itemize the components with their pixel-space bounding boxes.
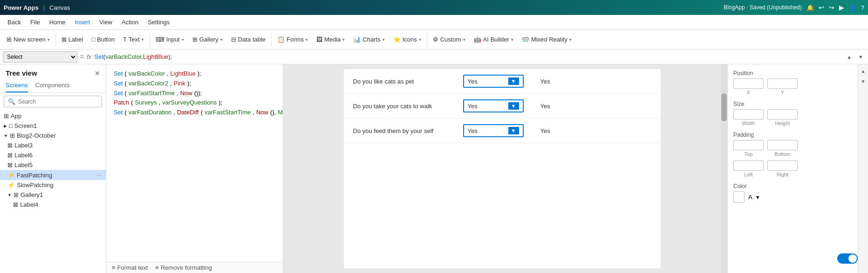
- sidebar-search-box[interactable]: 🔍: [4, 96, 102, 107]
- more-menu-icon[interactable]: ···: [96, 171, 102, 179]
- blog2-icon: ⊞: [10, 132, 15, 139]
- label-btn-text: Label: [68, 36, 83, 43]
- color-dropdown-icon[interactable]: ▾: [756, 194, 759, 201]
- padding-left-label: Left: [744, 172, 752, 177]
- gallery-chevron: ▾: [220, 37, 223, 42]
- dropdown-3[interactable]: Yes ▼: [463, 124, 524, 137]
- media-button[interactable]: 🖼 Media ▾: [313, 34, 349, 45]
- scrollbar-thumb[interactable]: [721, 93, 727, 121]
- padding-left-input[interactable]: 5: [733, 161, 764, 171]
- dropdown-value-3: Yes: [468, 127, 505, 134]
- menu-home[interactable]: Home: [46, 17, 69, 28]
- label5-label: Label5: [14, 161, 33, 168]
- padding-lr-row: 5 Left 5 Right: [733, 161, 852, 177]
- search-input[interactable]: [18, 98, 98, 105]
- tree-item-label5[interactable]: ⊠ Label5: [0, 160, 106, 170]
- dropdown-arrow-3[interactable]: ▼: [508, 127, 519, 134]
- data-table-btn-text: Data table: [238, 36, 266, 43]
- menu-file[interactable]: File: [27, 17, 44, 28]
- formula-select[interactable]: Select: [3, 51, 77, 63]
- menu-settings[interactable]: Settings: [144, 17, 173, 28]
- code-toolbar: ≡ Format text ≡ Remove formatting: [106, 262, 283, 273]
- format-text-button[interactable]: ≡ Format text: [112, 264, 148, 271]
- slowpatching-icon: ⚡: [7, 182, 15, 189]
- dropdown-arrow-2[interactable]: ▼: [508, 102, 519, 110]
- gallery-btn-text: Gallery: [199, 36, 219, 43]
- label-button[interactable]: ⊠ Label: [58, 34, 87, 45]
- tree-item-slowpatching[interactable]: ⚡ SlowPatching: [0, 180, 106, 190]
- menu-action[interactable]: Action: [118, 17, 142, 28]
- help-icon[interactable]: ?: [861, 4, 864, 11]
- answer-1: Yes: [531, 78, 550, 85]
- account-icon[interactable]: 👤: [849, 4, 856, 11]
- menu-back[interactable]: Back: [4, 17, 25, 28]
- code-editor[interactable]: Set(varBackColor,LightBlue); Set(varBack…: [106, 64, 283, 262]
- play-button[interactable]: ▶: [839, 4, 844, 11]
- custom-button[interactable]: ⚙ Custom ▾: [429, 34, 469, 45]
- charts-button[interactable]: 📊 Charts ▾: [349, 34, 388, 45]
- notification-icon[interactable]: 🔔: [806, 4, 814, 11]
- menu-view[interactable]: View: [96, 17, 116, 28]
- new-screen-icon: ⊞: [7, 36, 12, 43]
- tab-screens[interactable]: Screens: [6, 80, 28, 92]
- formula-expand-down[interactable]: ▼: [856, 53, 865, 61]
- logo-text: Power Apps: [4, 4, 39, 11]
- y-input[interactable]: 676: [767, 78, 798, 89]
- menu-insert[interactable]: Insert: [71, 17, 94, 28]
- sidebar-close-button[interactable]: ✕: [95, 70, 100, 77]
- kw-set-1: Set: [114, 69, 123, 79]
- button-button[interactable]: □ Button: [88, 34, 118, 45]
- app-type: Canvas: [49, 4, 70, 11]
- redo-button[interactable]: ↪: [829, 4, 834, 11]
- media-icon: 🖼: [316, 36, 322, 43]
- padding-bottom-input[interactable]: 5: [767, 140, 798, 150]
- tab-components[interactable]: Components: [35, 80, 70, 92]
- collapse-bottom-button[interactable]: ▼: [859, 77, 868, 86]
- formula-expand-up[interactable]: ▲: [845, 53, 854, 61]
- mixed-reality-button[interactable]: 🥽 Mixed Reality ▾: [518, 34, 575, 45]
- button-icon: □: [91, 36, 95, 43]
- button-btn-text: Button: [97, 36, 115, 43]
- forms-button[interactable]: 📋 Forms ▾: [273, 34, 312, 45]
- color-swatch[interactable]: [733, 191, 745, 203]
- padding-top-input[interactable]: 5: [733, 140, 764, 150]
- answer-2: Yes: [531, 103, 550, 110]
- dropdown-1[interactable]: Yes ▼: [463, 75, 524, 88]
- screen1-label: Screen1: [14, 122, 37, 129]
- tree-item-label4[interactable]: ⊠ Label4: [0, 200, 106, 210]
- canvas-scrollbar[interactable]: [721, 64, 727, 273]
- dropdown-arrow-1[interactable]: ▼: [508, 77, 519, 85]
- width-input[interactable]: 160: [733, 109, 764, 119]
- data-table-button[interactable]: ⊟ Data table: [227, 34, 269, 45]
- tree-item-fastpatching[interactable]: ⚡ FastPatching ···: [0, 170, 106, 180]
- undo-button[interactable]: ↩: [819, 4, 824, 11]
- tree-item-screen1[interactable]: ▶ □ Screen1: [0, 121, 106, 131]
- toggle-switch[interactable]: [837, 253, 858, 264]
- padding-right-input[interactable]: 5: [767, 161, 798, 171]
- remove-formatting-button[interactable]: ≡ Remove formatting: [155, 264, 212, 271]
- icons-btn-text: Icons: [403, 36, 417, 43]
- code-line-1: Set(varBackColor,LightBlue);: [114, 69, 275, 79]
- text-button[interactable]: T Text ▾: [119, 34, 148, 45]
- new-screen-button[interactable]: ⊞ New screen ▾: [3, 34, 54, 45]
- gallery1-label: Gallery1: [21, 191, 43, 198]
- collapse-top-button[interactable]: ▲: [859, 66, 868, 76]
- icons-button[interactable]: ⭐ Icons ▾: [390, 34, 425, 45]
- input-button[interactable]: ⌨ Input ▾: [152, 34, 188, 45]
- dropdown-value-2: Yes: [468, 103, 505, 110]
- dropdown-2[interactable]: Yes ▼: [463, 99, 524, 112]
- size-row: 160 Width 40 Height: [733, 109, 852, 126]
- code-line-5: Set(varFastDuration,DateDiff(varFastStar…: [114, 108, 275, 118]
- ai-builder-button[interactable]: 🤖 AI Builder ▾: [470, 34, 517, 45]
- canvas-area: Do you like cats as pet Yes ▼ Yes Do you…: [283, 64, 721, 273]
- tree-item-blog2[interactable]: ▼ ⊞ Blog2-October: [0, 131, 106, 140]
- tree-item-app[interactable]: ⊞ App: [0, 111, 106, 121]
- height-input[interactable]: 40: [767, 109, 798, 119]
- tree-item-label6[interactable]: ⊠ Label6: [0, 150, 106, 160]
- tree-item-label3[interactable]: ⊠ Label3: [0, 140, 106, 150]
- x-input[interactable]: 416: [733, 78, 764, 89]
- color-value: A: [748, 194, 752, 201]
- tree-item-gallery1[interactable]: ▼ ⊞ Gallery1: [0, 190, 106, 200]
- gallery-button[interactable]: ⊞ Gallery ▾: [189, 34, 226, 45]
- size-section: Size 160 Width 40 Height: [733, 101, 852, 126]
